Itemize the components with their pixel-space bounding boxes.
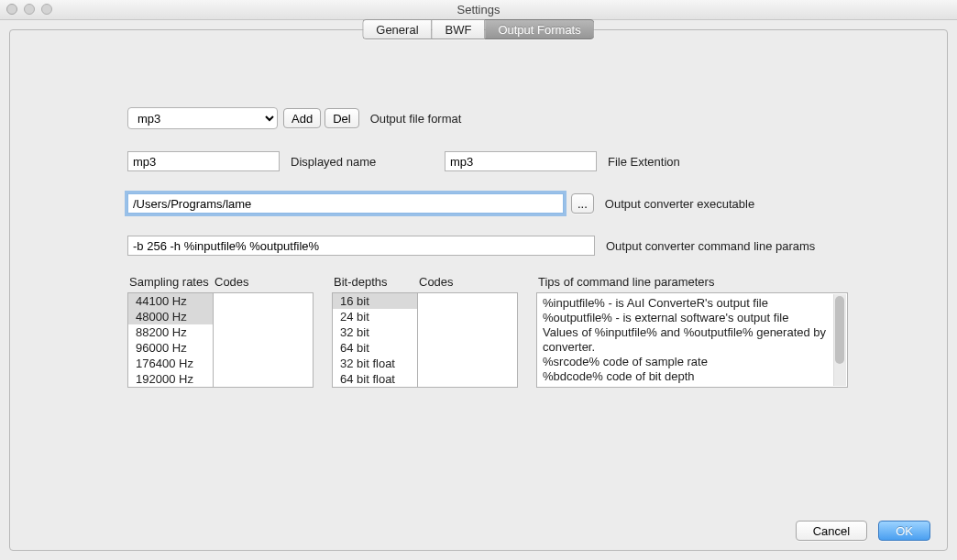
- tips-box: %inputfile% - is AuI ConverteR's output …: [536, 292, 848, 388]
- list-item[interactable]: 32 bit float: [333, 356, 417, 371]
- window-title: Settings: [457, 3, 500, 16]
- tables-area: Sampling rates 44100 Hz48000 Hz88200 Hz9…: [127, 276, 835, 388]
- list-item[interactable]: 44100 Hz: [128, 293, 213, 309]
- scrollbar-thumb[interactable]: [835, 296, 844, 364]
- displayed-name-label: Displayed name: [291, 155, 390, 169]
- del-button[interactable]: Del: [324, 108, 359, 128]
- row-name-ext: Displayed name File Extention: [127, 151, 835, 171]
- window-titlebar: Settings: [0, 0, 957, 20]
- minimize-icon[interactable]: [24, 4, 35, 15]
- tab-bwf[interactable]: BWF: [432, 19, 485, 39]
- file-extension-input[interactable]: [445, 151, 597, 171]
- list-item[interactable]: 24 bit: [333, 309, 417, 324]
- settings-panel: General BWF Output Formats mp3 Add Del O…: [9, 29, 948, 551]
- output-format-select[interactable]: mp3: [127, 107, 278, 129]
- ok-button[interactable]: OK: [878, 521, 930, 541]
- displayed-name-input[interactable]: [127, 151, 280, 171]
- executable-path-input[interactable]: [127, 193, 564, 214]
- bitdepths-group: Bit-depths 16 bit24 bit32 bit64 bit32 bi…: [332, 276, 518, 388]
- list-item[interactable]: 48000 Hz: [128, 309, 213, 324]
- traffic-lights: [6, 4, 52, 15]
- list-item[interactable]: 192000 Hz: [128, 371, 213, 387]
- browse-button[interactable]: ...: [571, 193, 594, 214]
- zoom-icon[interactable]: [41, 4, 52, 15]
- tab-general[interactable]: General: [362, 19, 431, 39]
- bitdepths-codes-header: Codes: [417, 276, 518, 292]
- tips-header: Tips of command line parameters: [536, 276, 848, 292]
- tips-line: Values of %inputfile% and %outputfile% g…: [543, 325, 830, 355]
- output-format-label: Output file format: [370, 112, 462, 126]
- add-button[interactable]: Add: [283, 108, 321, 128]
- list-item[interactable]: 64 bit: [333, 340, 417, 356]
- tips-line: %bdcode% code of bit depth: [543, 369, 830, 384]
- row-executable: ... Output converter executable: [127, 193, 835, 214]
- executable-label: Output converter executable: [605, 197, 754, 211]
- file-extension-label: File Extention: [608, 155, 680, 169]
- cmd-params-label: Output converter command line params: [606, 239, 815, 253]
- tab-output-formats[interactable]: Output Formats: [484, 19, 594, 39]
- list-item[interactable]: 32 bit: [333, 324, 417, 340]
- sampling-codes-list[interactable]: [213, 292, 314, 388]
- sampling-rates-group: Sampling rates 44100 Hz48000 Hz88200 Hz9…: [127, 276, 314, 388]
- list-item[interactable]: 96000 Hz: [128, 340, 213, 356]
- list-item[interactable]: 64 bit float: [333, 371, 417, 387]
- dialog-footer: Cancel OK: [796, 521, 930, 541]
- tips-line: %inputfile% - is AuI ConverteR's output …: [543, 296, 830, 311]
- list-item[interactable]: 16 bit: [333, 293, 417, 309]
- tips-line: %outputfile% - is external software's ou…: [543, 311, 830, 325]
- tab-bar: General BWF Output Formats: [362, 19, 594, 39]
- cmd-params-input[interactable]: [127, 236, 595, 256]
- row-cmd-params: Output converter command line params: [127, 236, 835, 256]
- close-icon[interactable]: [6, 4, 17, 15]
- list-item[interactable]: 176400 Hz: [128, 356, 213, 371]
- sampling-codes-header: Codes: [213, 276, 314, 292]
- scrollbar-track[interactable]: [833, 294, 846, 386]
- row-output-format: mp3 Add Del Output file format: [127, 107, 835, 129]
- sampling-rates-header: Sampling rates: [127, 276, 214, 292]
- tips-line: %srcode% code of sample rate: [543, 355, 830, 369]
- bitdepths-list[interactable]: 16 bit24 bit32 bit64 bit32 bit float64 b…: [332, 292, 418, 388]
- bitdepths-header: Bit-depths: [332, 276, 418, 292]
- tips-group: Tips of command line parameters %inputfi…: [536, 276, 848, 388]
- bitdepths-codes-list[interactable]: [417, 292, 518, 388]
- form: mp3 Add Del Output file format Displayed…: [10, 58, 835, 388]
- sampling-rates-list[interactable]: 44100 Hz48000 Hz88200 Hz96000 Hz176400 H…: [127, 292, 214, 388]
- list-item[interactable]: 88200 Hz: [128, 324, 213, 340]
- cancel-button[interactable]: Cancel: [796, 521, 867, 541]
